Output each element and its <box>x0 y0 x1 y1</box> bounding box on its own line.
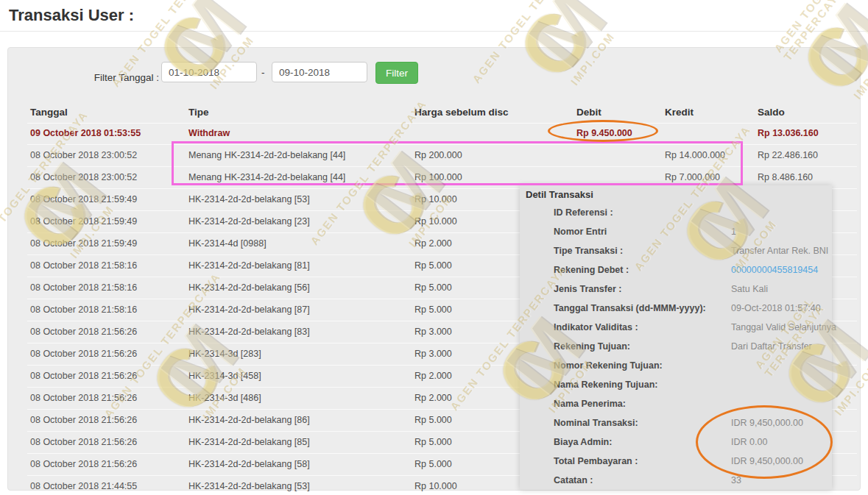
table-header-row: Tanggal Tipe Harga sebelum disc Debit Kr… <box>27 102 857 124</box>
cell-tipe: Menang HK-2314-2d-2d-belakang [44] <box>188 145 414 166</box>
cell-tanggal: 08 October 2018 21:59:49 <box>27 189 188 210</box>
cell-kredit: Rp 14.000.000 <box>665 145 758 166</box>
detail-field-label: Nomor Entri <box>554 222 607 241</box>
detail-field-label: Rekening Tujuan: <box>554 337 630 356</box>
detail-field-value: 09-Oct-2018 01:57:40 <box>731 299 821 318</box>
table-row[interactable]: 08 October 2018 23:00:52Menang HK-2314-2… <box>27 145 857 167</box>
detail-field-value: 1 <box>731 222 736 241</box>
detail-fields: ID Referensi :Nomor Entri1Tipe Transaksi… <box>520 203 832 490</box>
cell-tanggal: 08 October 2018 21:56:26 <box>27 366 188 387</box>
detail-field-value: IDR 9,450,000.00 <box>731 413 803 432</box>
cell-tanggal: 08 October 2018 23:00:52 <box>27 167 188 188</box>
detail-field-label: Biaya Admin: <box>554 432 612 452</box>
filter-label: Filter Tanggal : <box>49 67 159 89</box>
cell-tipe: HK-2314-2d-2d-belakang [23] <box>188 211 414 232</box>
detail-field-label: Catatan : <box>554 471 593 490</box>
detail-account-link[interactable]: 00000000455819454 <box>731 260 818 279</box>
cell-tanggal: 08 October 2018 21:59:49 <box>27 233 188 254</box>
title-divider <box>0 31 868 32</box>
detail-field-label: Nama Penerima: <box>554 394 626 413</box>
cell-tipe: HK-2314-2d-2d-belakang [83] <box>188 321 414 343</box>
detail-field-label: Rekening Debet : <box>554 260 629 279</box>
cell-saldo: Rp 22.486.160 <box>758 145 857 166</box>
detail-field-label: ID Referensi : <box>554 203 613 222</box>
date-range-separator: - <box>261 62 265 84</box>
cell-tipe: HK-2314-2d-2d-belakang [85] <box>188 432 414 453</box>
cell-tipe: HK-2314-3d [486] <box>188 388 414 409</box>
detail-field-row: Tanggal Transaksi (dd-MMM-yyyy):09-Oct-2… <box>520 299 832 318</box>
cell-tipe: HK-2314-2d-2d-belakang [81] <box>188 255 414 277</box>
cell-tipe: HK-2314-2d-2d-belakang [53] <box>188 476 414 495</box>
detail-field-value: IDR 0.00 <box>731 432 767 452</box>
detail-field-label: Tipe Transaksi : <box>554 241 623 260</box>
detail-field-row: Nominal Transaksi:IDR 9,450,000.00 <box>520 413 832 432</box>
cell-tanggal: 08 October 2018 21:58:16 <box>27 255 188 277</box>
cell-tanggal: 08 October 2018 21:56:26 <box>27 454 188 475</box>
detail-field-row: Indikator Validitas :Tanggal Valid Selan… <box>520 318 832 337</box>
detail-field-row: Jenis Transfer :Satu Kali <box>520 279 832 299</box>
cell-tipe: HK-2314-4d [0988] <box>188 233 414 254</box>
detail-panel: Detil Transaksi ID Referensi :Nomor Entr… <box>520 185 832 490</box>
detail-field-label: Nama Rekening Tujuan: <box>554 375 657 394</box>
cell-harga <box>414 123 576 144</box>
cell-tipe: Menang HK-2314-2d-2d-belakang [44] <box>188 167 414 188</box>
column-header-harga: Harga sebelum disc <box>414 102 576 123</box>
cell-tipe: HK-2314-3d [283] <box>188 343 414 365</box>
cell-debit <box>576 145 665 166</box>
cell-tipe: HK-2314-2d-2d-belakang [58] <box>188 454 414 475</box>
detail-field-row: Nama Rekening Tujuan: <box>520 375 832 394</box>
cell-tanggal: 08 October 2018 21:56:26 <box>27 388 188 409</box>
cell-tanggal: 08 October 2018 21:58:16 <box>27 299 188 321</box>
page: Transaksi User : Filter Tanggal : - Filt… <box>0 0 868 495</box>
date-to-input[interactable] <box>272 62 367 82</box>
cell-debit: Rp 9.450.000 <box>576 123 665 144</box>
cell-tipe: HK-2314-2d-2d-belakang [53] <box>188 189 414 210</box>
cell-saldo: Rp 13.036.160 <box>758 123 857 144</box>
column-header-debit: Debit <box>576 102 665 123</box>
cell-tanggal: 08 October 2018 21:56:26 <box>27 343 188 365</box>
cell-kredit <box>665 123 758 144</box>
table-row[interactable]: 09 October 2018 01:53:55WithdrawRp 9.450… <box>27 123 857 145</box>
cell-tipe: HK-2314-3d [458] <box>188 366 414 387</box>
detail-field-label: Tanggal Transaksi (dd-MMM-yyyy): <box>554 299 706 318</box>
column-header-saldo: Saldo <box>758 102 857 123</box>
cell-tanggal: 08 October 2018 21:44:55 <box>27 476 188 495</box>
page-title: Transaksi User : <box>9 6 134 25</box>
detail-field-row: Nomor Rekening Tujuan: <box>520 356 832 375</box>
cell-tanggal: 09 October 2018 01:53:55 <box>27 123 188 144</box>
detail-field-label: Nominal Transaksi: <box>554 413 638 432</box>
detail-field-value: Dari Daftar Transfer <box>731 337 812 356</box>
detail-field-row: Rekening Tujuan:Dari Daftar Transfer <box>520 337 832 356</box>
detail-field-row: Catatan :33 <box>520 471 832 490</box>
cell-tipe: HK-2314-2d-2d-belakang [56] <box>188 277 414 299</box>
detail-field-value: Transfer Antar Rek. BNI <box>731 241 828 260</box>
detail-field-row: Biaya Admin:IDR 0.00 <box>520 432 832 452</box>
detail-field-row: Tipe Transaksi :Transfer Antar Rek. BNI <box>520 241 832 260</box>
cell-tipe: Withdraw <box>188 123 414 144</box>
cell-tipe: HK-2314-2d-2d-belakang [87] <box>188 299 414 321</box>
detail-field-value: Tanggal Valid Selanjutnya <box>731 318 836 337</box>
detail-field-row: Rekening Debet :00000000455819454 <box>520 260 832 279</box>
column-header-tipe: Tipe <box>188 102 414 123</box>
column-header-tanggal: Tanggal <box>27 102 188 123</box>
cell-tanggal: 08 October 2018 21:58:16 <box>27 277 188 299</box>
detail-field-row: Nama Penerima: <box>520 394 832 413</box>
filter-button[interactable]: Filter <box>375 62 418 84</box>
cell-tanggal: 08 October 2018 21:56:26 <box>27 321 188 343</box>
cell-tanggal: 08 October 2018 21:59:49 <box>27 211 188 232</box>
cell-tipe: HK-2314-2d-2d-belakang [86] <box>188 410 414 431</box>
cell-harga: Rp 200.000 <box>414 145 576 166</box>
detail-field-label: Total Pembayaran : <box>554 452 638 471</box>
detail-field-value: 33 <box>731 471 741 490</box>
cell-tanggal: 08 October 2018 23:00:52 <box>27 145 188 166</box>
cell-tanggal: 08 October 2018 21:56:26 <box>27 410 188 431</box>
detail-field-row: ID Referensi : <box>520 203 832 222</box>
date-from-input[interactable] <box>161 62 257 82</box>
detail-field-row: Nomor Entri1 <box>520 222 832 241</box>
detail-field-row: Total Pembayaran :IDR 9,450,000.00 <box>520 452 832 471</box>
detail-field-value: IDR 9,450,000.00 <box>731 452 803 471</box>
detail-field-label: Jenis Transfer : <box>554 279 621 299</box>
detail-panel-title: Detil Transaksi <box>526 189 593 200</box>
detail-field-value: Satu Kali <box>731 279 768 299</box>
cell-tanggal: 08 October 2018 21:56:26 <box>27 432 188 453</box>
